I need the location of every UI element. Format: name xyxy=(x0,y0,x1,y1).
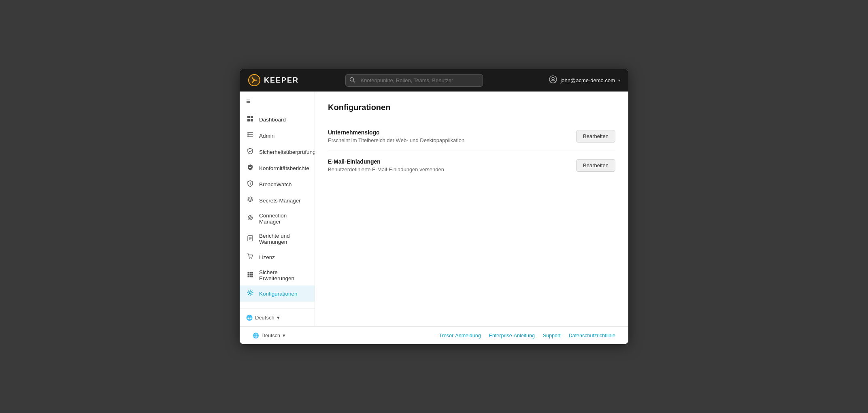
svg-rect-37 xyxy=(251,276,253,277)
report-icon xyxy=(246,235,254,243)
page-title: Konfigurationen xyxy=(328,103,615,112)
config-title-email-einladungen: E-Mail-Einladungen xyxy=(328,158,444,165)
footer-link-support[interactable]: Support xyxy=(543,333,561,338)
svg-rect-31 xyxy=(251,272,253,274)
config-info-unternehmenslogo: Unternehmenslogo Erscheint im Titelberei… xyxy=(328,129,464,143)
shield-icon xyxy=(246,148,254,156)
config-section-email-einladungen: E-Mail-Einladungen Benutzerdefinierte E-… xyxy=(328,151,615,180)
svg-line-4 xyxy=(353,81,355,82)
sidebar-label-breachwatch: BreachWatch xyxy=(259,181,308,187)
footer-links: Tresor-Anmeldung Enterprise-Anleitung Su… xyxy=(439,333,615,338)
footer-lang-selector[interactable]: 🌐 Deutsch ▾ xyxy=(253,332,285,338)
breachwatch-icon xyxy=(246,180,254,188)
logo-text: KEEPER xyxy=(264,76,299,85)
svg-point-38 xyxy=(249,292,251,294)
sidebar-label-secrets-manager: Secrets Manager xyxy=(259,198,308,204)
admin-icon xyxy=(246,132,254,140)
app-container: KEEPER john@acme-demo.com ▾ xyxy=(240,69,628,344)
main-layout: ≡ Dashboard xyxy=(240,92,628,326)
config-title-unternehmenslogo: Unternehmenslogo xyxy=(328,129,464,136)
sidebar-label-berichte: Berichte und Warnungen xyxy=(259,233,308,245)
sidebar-toggle[interactable]: ≡ xyxy=(240,92,315,111)
svg-rect-33 xyxy=(250,274,251,276)
svg-point-18 xyxy=(249,217,251,219)
edit-button-email-einladungen[interactable]: Bearbeiten xyxy=(576,159,615,172)
svg-point-6 xyxy=(552,77,554,80)
user-email: john@acme-demo.com xyxy=(560,77,615,83)
keeper-logo-icon xyxy=(248,74,261,87)
dashboard-icon xyxy=(246,115,254,123)
svg-rect-14 xyxy=(247,132,249,137)
svg-rect-29 xyxy=(248,272,249,274)
sidebar-label-sicherheit: Sicherheitsüberprüfung xyxy=(259,149,315,155)
svg-point-2 xyxy=(253,79,255,81)
footer-link-datenschutzrichtlinie[interactable]: Datenschutzrichtlinie xyxy=(569,333,615,338)
footer-link-enterprise-anleitung[interactable]: Enterprise-Anleitung xyxy=(489,333,535,338)
sidebar-item-sicherheitsueberpruefung[interactable]: Sicherheitsüberprüfung xyxy=(240,144,315,160)
sidebar-label-dashboard: Dashboard xyxy=(259,117,308,123)
footer-globe-icon: 🌐 xyxy=(253,332,259,338)
svg-rect-34 xyxy=(251,274,253,276)
svg-point-15 xyxy=(250,183,251,184)
sidebar-item-berichte[interactable]: Berichte und Warnungen xyxy=(240,229,315,249)
header: KEEPER john@acme-demo.com ▾ xyxy=(240,69,628,92)
connection-icon xyxy=(246,215,254,223)
svg-rect-30 xyxy=(250,272,251,274)
sidebar-item-breachwatch[interactable]: BreachWatch xyxy=(240,176,315,192)
cart-icon xyxy=(246,253,254,261)
search-icon xyxy=(349,77,355,84)
sidebar-item-admin[interactable]: Admin xyxy=(240,128,315,144)
svg-point-27 xyxy=(249,258,250,259)
svg-rect-10 xyxy=(251,119,253,121)
user-account-icon xyxy=(549,75,557,85)
shield-check-icon xyxy=(246,164,254,172)
lang-chevron-icon: ▾ xyxy=(277,315,280,321)
search-input[interactable] xyxy=(345,74,483,87)
sidebar-label-konformitaet: Konformitätsberichte xyxy=(259,165,309,171)
sidebar-label-lizenz: Lizenz xyxy=(259,254,308,260)
config-section-unternehmenslogo: Unternehmenslogo Erscheint im Titelberei… xyxy=(328,122,615,151)
sidebar-item-konfigurationen[interactable]: Konfigurationen xyxy=(240,285,315,302)
grid-icon xyxy=(246,271,254,279)
footer-link-tresor-anmeldung[interactable]: Tresor-Anmeldung xyxy=(439,333,481,338)
edit-button-unternehmenslogo[interactable]: Bearbeiten xyxy=(576,130,615,143)
footer-lang-chevron-icon: ▾ xyxy=(283,332,285,338)
user-area[interactable]: john@acme-demo.com ▾ xyxy=(549,75,620,85)
gear-icon xyxy=(246,290,254,298)
lang-label: Deutsch xyxy=(255,315,274,321)
svg-rect-8 xyxy=(251,116,253,118)
svg-point-28 xyxy=(251,258,252,259)
search-bar xyxy=(345,74,483,87)
content-area: Konfigurationen Unternehmenslogo Erschei… xyxy=(315,92,628,326)
sidebar-label-admin: Admin xyxy=(259,133,308,139)
app-footer: 🌐 Deutsch ▾ Tresor-Anmeldung Enterprise-… xyxy=(240,326,628,344)
config-info-email-einladungen: E-Mail-Einladungen Benutzerdefinierte E-… xyxy=(328,158,444,172)
sidebar-item-connection-manager[interactable]: Connection Manager xyxy=(240,209,315,229)
footer-lang-label: Deutsch xyxy=(262,333,280,338)
sidebar-item-lizenz[interactable]: Lizenz xyxy=(240,249,315,265)
sidebar-item-konformitaetsberichte[interactable]: Konformitätsberichte xyxy=(240,160,315,176)
sidebar-item-dashboard[interactable]: Dashboard xyxy=(240,111,315,128)
sidebar-item-secrets-manager[interactable]: Secrets Manager xyxy=(240,192,315,209)
sidebar-label-konfigurationen: Konfigurationen xyxy=(259,291,308,297)
logo-area: KEEPER xyxy=(248,74,313,87)
sidebar-item-sichere-erweiterungen[interactable]: Sichere Erweiterungen xyxy=(240,265,315,285)
globe-icon: 🌐 xyxy=(246,315,253,321)
sidebar-label-erweiterungen: Sichere Erweiterungen xyxy=(259,269,308,281)
layers-icon xyxy=(246,196,254,204)
user-chevron-icon: ▾ xyxy=(618,78,620,83)
sidebar-label-connection-manager: Connection Manager xyxy=(259,213,308,225)
config-desc-email-einladungen: Benutzerdefinierte E-Mail-Einladungen ve… xyxy=(328,166,444,172)
svg-rect-7 xyxy=(247,116,250,118)
svg-rect-9 xyxy=(247,119,250,121)
config-desc-unternehmenslogo: Erscheint im Titelbereich der Web- und D… xyxy=(328,137,464,143)
svg-rect-35 xyxy=(248,276,249,277)
sidebar-lang-selector[interactable]: 🌐 Deutsch ▾ xyxy=(240,309,315,326)
sidebar: ≡ Dashboard xyxy=(240,92,315,326)
svg-rect-32 xyxy=(248,274,249,276)
svg-rect-36 xyxy=(250,276,251,277)
